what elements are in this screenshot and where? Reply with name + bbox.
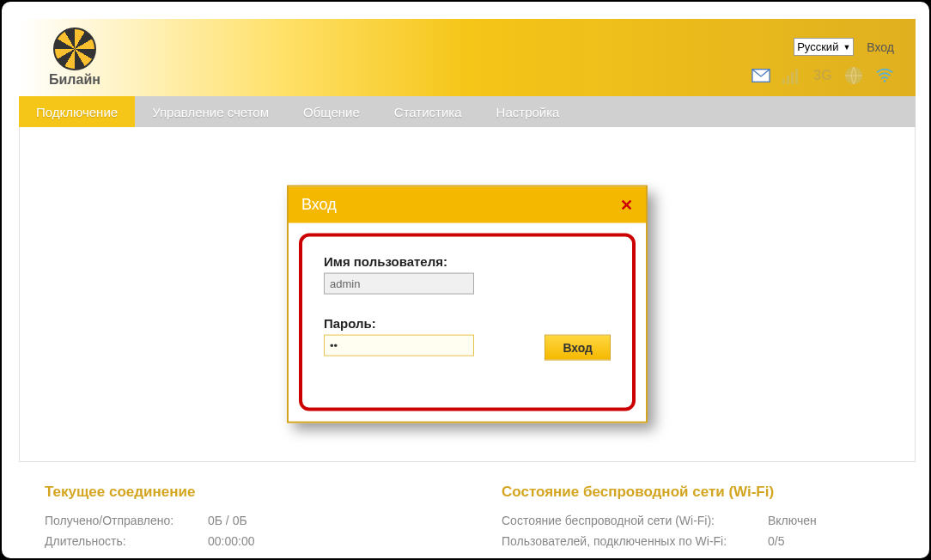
language-label: Русский (797, 40, 838, 53)
status-value: 0Б / 0Б (208, 514, 247, 527)
language-selector[interactable]: Русский ▼ (794, 38, 854, 56)
login-link[interactable]: Вход (867, 40, 894, 54)
connection-title: Текущее соединение (45, 484, 433, 501)
network-3g-icon: 3G (813, 66, 832, 85)
password-label: Пароль: (324, 315, 611, 330)
main-area: Вход ✕ Имя пользователя: Пароль: Вход (19, 127, 916, 462)
nav-connection[interactable]: Подключение (19, 96, 135, 127)
brand-name: Билайн (49, 72, 100, 88)
status-row: Получено/Отправлено: 0Б / 0Б (45, 514, 433, 527)
login-dialog: Вход ✕ Имя пользователя: Пароль: Вход (287, 185, 648, 423)
status-value: Включен (768, 514, 817, 527)
nav-statistics[interactable]: Статистика (377, 96, 479, 127)
wifi-title: Состояние беспроводной сети (Wi-Fi) (502, 484, 890, 501)
svg-point-6 (884, 80, 886, 82)
password-input[interactable] (324, 334, 474, 356)
nav-communication[interactable]: Общение (286, 96, 377, 127)
status-label: Состояние беспроводной сети (Wi-Fi): (502, 514, 768, 527)
username-label: Имя пользователя: (324, 253, 611, 268)
svg-rect-4 (795, 69, 798, 84)
status-label: Получено/Отправлено: (45, 514, 208, 527)
nav-settings[interactable]: Настройка (479, 96, 577, 127)
status-row: Длительность: 00:00:00 (45, 534, 433, 548)
dialog-title: Вход (301, 196, 337, 214)
dialog-header: Вход ✕ (289, 186, 646, 222)
connection-status: Текущее соединение Получено/Отправлено: … (45, 484, 433, 555)
svg-rect-1 (782, 79, 785, 84)
dialog-form: Имя пользователя: Пароль: Вход (299, 233, 636, 411)
mail-icon[interactable] (751, 66, 770, 85)
logo-icon (53, 27, 96, 70)
signal-icon (782, 66, 801, 85)
svg-rect-3 (791, 72, 794, 84)
status-label: Длительность: (45, 534, 208, 548)
globe-icon (844, 66, 863, 85)
status-icons: 3G (751, 66, 894, 85)
main-nav: Подключение Управление счетом Общение Ст… (19, 96, 916, 127)
status-section: Текущее соединение Получено/Отправлено: … (19, 462, 916, 555)
chevron-down-icon: ▼ (843, 43, 850, 52)
nav-account[interactable]: Управление счетом (135, 96, 286, 127)
wifi-status: Состояние беспроводной сети (Wi-Fi) Сост… (502, 484, 890, 555)
brand-logo: Билайн (49, 27, 100, 88)
status-value: 0/5 (768, 534, 784, 548)
login-button[interactable]: Вход (545, 334, 611, 360)
wifi-icon (875, 66, 894, 85)
svg-rect-2 (787, 76, 789, 84)
status-row: Состояние беспроводной сети (Wi-Fi): Вкл… (502, 514, 890, 527)
username-input[interactable] (324, 272, 474, 294)
header: Билайн Русский ▼ Вход 3G (19, 19, 916, 96)
status-row: Пользователей, подключенных по Wi-Fi: 0/… (502, 534, 890, 548)
status-label: Пользователей, подключенных по Wi-Fi: (502, 534, 768, 548)
close-icon[interactable]: ✕ (620, 195, 633, 214)
status-value: 00:00:00 (208, 534, 255, 548)
